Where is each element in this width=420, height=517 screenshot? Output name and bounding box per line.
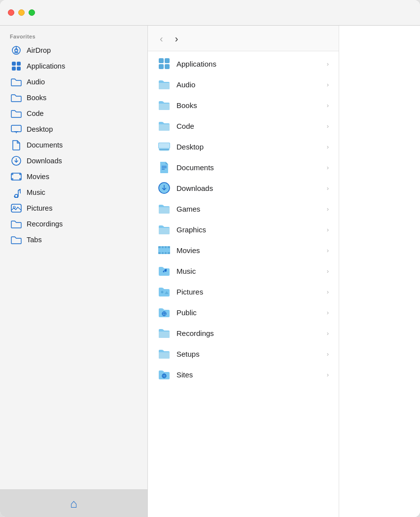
svg-rect-37 [168, 252, 170, 254]
file-name: Books [176, 101, 321, 110]
sidebar-item-applications[interactable]: Applications [3, 58, 144, 74]
file-name: Applications [176, 60, 321, 68]
sidebar-item-label-pictures: Pictures [27, 204, 52, 212]
chevron-right-icon: › [327, 122, 329, 130]
file-name: Downloads [176, 184, 321, 192]
sidebar-item-pictures[interactable]: Pictures [3, 200, 144, 216]
sidebar-item-music[interactable]: Music [3, 185, 144, 200]
sidebar-item-airdrop[interactable]: AirDrop [3, 42, 144, 58]
chevron-right-icon: › [327, 205, 329, 213]
sidebar-item-recordings[interactable]: Recordings [3, 216, 144, 232]
movies-icon [11, 171, 22, 182]
file-name: Sites [176, 370, 321, 379]
file-name: Games [176, 205, 321, 213]
chevron-right-icon: › [327, 164, 329, 171]
file-name: Code [176, 122, 321, 130]
table-row[interactable]: Recordings› [148, 323, 339, 343]
file-name: Setups [176, 350, 321, 358]
home-button[interactable]: ⌂ [0, 489, 147, 517]
code-folder-icon [158, 119, 171, 132]
traffic-lights [8, 9, 35, 16]
file-name: Audio [176, 80, 321, 89]
svg-rect-16 [19, 178, 21, 180]
sidebar-item-documents[interactable]: Documents [3, 137, 144, 153]
table-row[interactable]: Public› [148, 302, 339, 323]
sidebar-item-label-downloads: Downloads [27, 157, 62, 165]
sidebar-item-label-music: Music [27, 188, 45, 196]
recordings-icon [11, 219, 22, 229]
svg-rect-27 [159, 149, 169, 150]
maximize-button[interactable] [29, 9, 35, 16]
sidebar-item-label-audio: Audio [27, 78, 45, 86]
movies-folder-icon [158, 244, 171, 257]
forward-button[interactable]: › [171, 32, 182, 45]
svg-point-20 [13, 206, 15, 208]
pictures-folder-icon [158, 285, 171, 298]
file-name: Public [176, 308, 321, 317]
svg-rect-24 [165, 64, 170, 69]
sidebar-item-downloads[interactable]: Downloads [3, 153, 144, 169]
sidebar-item-books[interactable]: Books [3, 90, 144, 106]
file-name: Music [176, 267, 321, 275]
table-row[interactable]: Downloads› [148, 178, 339, 198]
svg-rect-19 [11, 204, 21, 212]
svg-rect-34 [158, 246, 161, 248]
table-row[interactable]: Graphics› [148, 219, 339, 240]
svg-rect-40 [162, 252, 164, 254]
back-button[interactable]: ‹ [156, 32, 167, 45]
svg-rect-7 [11, 125, 21, 132]
sidebar-item-label-applications: Applications [27, 62, 65, 70]
minimize-button[interactable] [18, 9, 25, 16]
recordings-folder-icon [158, 327, 171, 339]
setups-folder-icon [158, 347, 171, 360]
file-name: Pictures [176, 288, 321, 296]
chevron-right-icon: › [327, 81, 329, 88]
sidebar-item-label-tabs: Tabs [27, 236, 42, 244]
sidebar-item-movies[interactable]: Movies [3, 169, 144, 185]
sidebar-item-tabs[interactable]: Tabs [3, 232, 144, 248]
table-row[interactable]: Music› [148, 260, 339, 281]
close-button[interactable] [8, 9, 14, 16]
desktop-icon [11, 124, 22, 135]
table-row[interactable]: Movies› [148, 240, 339, 260]
file-name: Graphics [176, 225, 321, 234]
chevron-right-icon: › [327, 185, 329, 192]
file-name: Documents [176, 163, 321, 172]
table-row[interactable]: Sites› [148, 364, 339, 385]
table-row[interactable]: Desktop› [148, 136, 339, 157]
nav-bar: ‹ › [148, 26, 339, 51]
sidebar-item-label-recordings: Recordings [27, 220, 63, 228]
sidebar-item-label-books: Books [27, 94, 46, 102]
sidebar-item-audio[interactable]: Audio [3, 74, 144, 90]
table-row[interactable]: Books› [148, 95, 339, 115]
finder-window: Favorites AirDrop Applications Audio Boo… [0, 0, 420, 517]
svg-rect-5 [12, 67, 16, 71]
music-icon [11, 187, 22, 198]
table-row[interactable]: Pictures› [148, 281, 339, 302]
sidebar-item-desktop[interactable]: Desktop [3, 121, 144, 137]
file-name: Recordings [176, 329, 321, 337]
table-row[interactable]: Documents› [148, 157, 339, 178]
table-row[interactable]: Audio› [148, 74, 339, 95]
svg-rect-35 [168, 246, 170, 248]
svg-rect-41 [165, 252, 167, 254]
sidebar: Favorites AirDrop Applications Audio Boo… [0, 26, 148, 517]
music-folder-icon [158, 264, 171, 277]
chevron-right-icon: › [327, 309, 329, 316]
table-row[interactable]: Code› [148, 115, 339, 136]
pictures-icon [11, 203, 22, 214]
sidebar-item-code[interactable]: Code [3, 106, 144, 121]
svg-point-44 [161, 291, 164, 294]
downloads-icon [11, 155, 22, 166]
sidebar-section-favorites: Favorites [0, 26, 147, 42]
table-row[interactable]: Games› [148, 198, 339, 219]
table-row[interactable]: Setups› [148, 343, 339, 364]
svg-rect-26 [159, 143, 170, 148]
svg-rect-23 [159, 64, 164, 69]
svg-rect-39 [165, 246, 167, 248]
desktop-folder-icon [158, 140, 171, 153]
chevron-right-icon: › [327, 60, 329, 68]
chevron-right-icon: › [327, 267, 329, 275]
table-row[interactable]: Applications› [148, 53, 339, 74]
file-panel: ‹ › Applications› Audio› Books› Code› De… [148, 26, 339, 517]
